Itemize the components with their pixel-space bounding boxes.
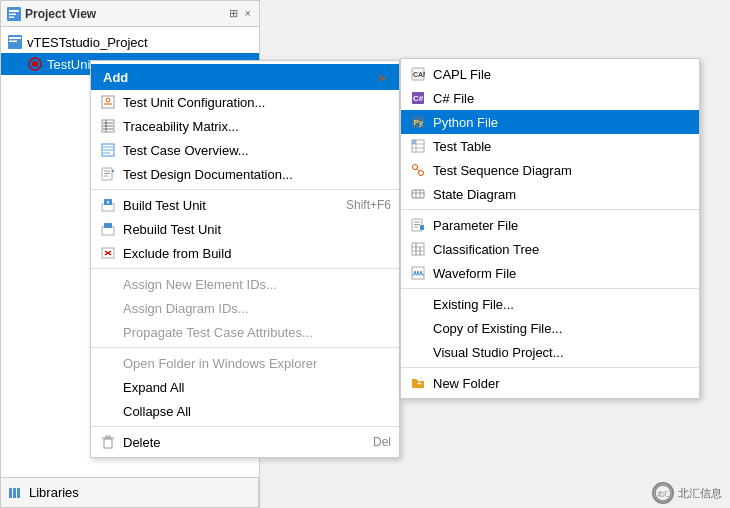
watermark-circle: 北汇 <box>652 482 674 504</box>
menu-item-collapse-all[interactable]: Collapse All <box>91 399 399 423</box>
sub-menu-item-folder[interactable]: + New Folder <box>401 371 699 395</box>
main-window: Project View ⊞ × vTESTstudio_Project <box>0 0 730 508</box>
libraries-panel[interactable]: Libraries <box>1 477 259 507</box>
pin-button[interactable]: ⊞ <box>227 7 240 20</box>
svg-rect-24 <box>102 168 112 180</box>
svg-text:北汇: 北汇 <box>657 491 669 497</box>
svg-rect-2 <box>9 13 16 15</box>
svg-rect-37 <box>104 439 112 448</box>
open-folder-icon <box>99 355 117 371</box>
collapse-all-icon <box>99 403 117 419</box>
waveform-icon <box>409 265 427 281</box>
existing-label: Existing File... <box>433 297 691 312</box>
svg-point-8 <box>32 61 38 67</box>
csharp-icon: C# <box>409 90 427 106</box>
vs-icon <box>409 344 427 360</box>
menu-item-delete[interactable]: Delete Del <box>91 430 399 454</box>
testcase-overview-label: Test Case Overview... <box>123 143 391 158</box>
test-design-icon <box>99 166 117 182</box>
menu-item-assign-diagram: Assign Diagram IDs... <box>91 296 399 320</box>
menu-item-test-design[interactable]: Test Design Documentation... <box>91 162 399 186</box>
exclude-icon <box>99 245 117 261</box>
sequence-icon <box>409 162 427 178</box>
sub-separator-2 <box>401 288 699 289</box>
svg-rect-11 <box>17 488 20 498</box>
menu-item-expand-all[interactable]: Expand All <box>91 375 399 399</box>
expand-all-icon <box>99 379 117 395</box>
sub-menu-item-state[interactable]: State Diagram <box>401 182 699 206</box>
sub-menu-item-copy-existing[interactable]: Copy of Existing File... <box>401 316 699 340</box>
menu-item-propagate: Propagate Test Case Attributes... <box>91 320 399 344</box>
sub-menu-item-classtree[interactable]: Classification Tree <box>401 237 699 261</box>
menu-item-unit-config[interactable]: Test Unit Configuration... <box>91 90 399 114</box>
traceability-label: Traceability Matrix... <box>123 119 391 134</box>
sub-menu-item-python[interactable]: Py Python File <box>401 110 699 134</box>
svg-text:C#: C# <box>413 94 424 103</box>
project-view-title: Project View <box>25 7 223 21</box>
waveform-label: Waveform File <box>433 266 691 281</box>
watermark-text: 北汇信息 <box>678 486 722 501</box>
menu-item-rebuild[interactable]: Rebuild Test Unit <box>91 217 399 241</box>
testcase-overview-icon <box>99 142 117 158</box>
build-icon <box>99 197 117 213</box>
menu-header-add[interactable]: Add ▶ <box>91 64 399 90</box>
build-label: Build Test Unit <box>123 198 320 213</box>
svg-text:CAN: CAN <box>413 71 425 78</box>
svg-rect-25 <box>112 170 114 172</box>
python-label: Python File <box>433 115 691 130</box>
project-icon <box>7 34 23 50</box>
libraries-icon <box>9 486 23 500</box>
param-label: Parameter File <box>433 218 691 233</box>
vs-label: Visual Studio Project... <box>433 345 691 360</box>
capl-label: CAPL File <box>433 67 691 82</box>
sub-menu-item-capl[interactable]: CAN CAPL File <box>401 62 699 86</box>
classtree-icon <box>409 241 427 257</box>
menu-item-build[interactable]: Build Test Unit Shift+F6 <box>91 193 399 217</box>
libraries-label: Libraries <box>29 485 79 500</box>
propagate-icon <box>99 324 117 340</box>
python-icon: Py <box>409 114 427 130</box>
sub-menu-item-vs[interactable]: Visual Studio Project... <box>401 340 699 364</box>
csharp-label: C# File <box>433 91 691 106</box>
close-button[interactable]: × <box>243 7 253 20</box>
sub-menu-item-sequence[interactable]: Test Sequence Diagram <box>401 158 699 182</box>
sub-menu-item-csharp[interactable]: C# C# File <box>401 86 699 110</box>
sub-menu-item-waveform[interactable]: Waveform File <box>401 261 699 285</box>
menu-item-testcase-overview[interactable]: Test Case Overview... <box>91 138 399 162</box>
svg-rect-50 <box>412 140 416 144</box>
titlebar-buttons: ⊞ × <box>227 7 253 20</box>
sub-menu-item-existing[interactable]: Existing File... <box>401 292 699 316</box>
assign-ids-icon <box>99 276 117 292</box>
menu-item-traceability[interactable]: Traceability Matrix... <box>91 114 399 138</box>
svg-rect-29 <box>102 204 114 211</box>
copy-existing-label: Copy of Existing File... <box>433 321 691 336</box>
svg-rect-54 <box>412 190 424 198</box>
sub-menu-item-param[interactable]: Parameter File <box>401 213 699 237</box>
test-table-icon <box>409 138 427 154</box>
state-label: State Diagram <box>433 187 691 202</box>
sub-context-menu: CAN CAPL File C# C# File Py <box>400 58 700 399</box>
separator-2 <box>91 268 399 269</box>
svg-rect-33 <box>104 223 112 228</box>
menu-item-exclude[interactable]: Exclude from Build <box>91 241 399 265</box>
sub-menu-item-test-table[interactable]: Test Table <box>401 134 699 158</box>
unit-config-label: Test Unit Configuration... <box>123 95 391 110</box>
build-shortcut: Shift+F6 <box>346 198 391 212</box>
classtree-label: Classification Tree <box>433 242 691 257</box>
separator-4 <box>91 426 399 427</box>
sequence-label: Test Sequence Diagram <box>433 163 691 178</box>
existing-icon <box>409 296 427 312</box>
delete-icon <box>99 434 117 450</box>
rebuild-icon <box>99 221 117 237</box>
menu-item-open-folder: Open Folder in Windows Explorer <box>91 351 399 375</box>
unit-config-icon <box>99 94 117 110</box>
svg-rect-62 <box>420 225 424 230</box>
separator-1 <box>91 189 399 190</box>
sub-separator-1 <box>401 209 699 210</box>
tree-item-project[interactable]: vTESTstudio_Project <box>1 31 259 53</box>
capl-icon: CAN <box>409 66 427 82</box>
sub-separator-3 <box>401 367 699 368</box>
watermark: 北汇 北汇信息 <box>652 482 722 504</box>
svg-rect-39 <box>106 436 110 438</box>
svg-line-53 <box>417 169 420 172</box>
